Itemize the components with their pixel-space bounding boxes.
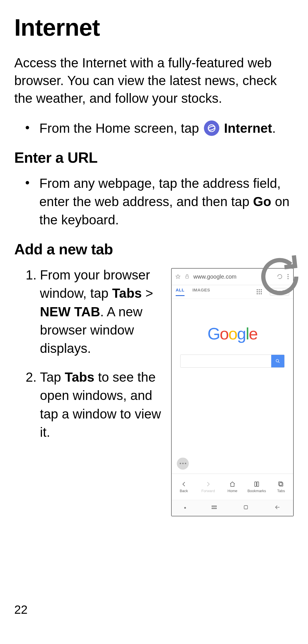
reload-icon[interactable] <box>277 273 283 280</box>
svg-rect-3 <box>186 276 189 279</box>
svg-point-4 <box>276 359 279 362</box>
url-bar[interactable]: www.google.com <box>172 269 293 285</box>
svg-rect-10 <box>212 506 216 507</box>
favorite-star-icon[interactable] <box>175 274 181 279</box>
svg-rect-11 <box>212 508 216 509</box>
page-number: 22 <box>14 603 28 617</box>
search-submit-button[interactable] <box>271 355 284 367</box>
svg-line-5 <box>278 362 279 363</box>
enter-url-heading: Enter a URL <box>14 149 294 166</box>
back-button[interactable]: Back <box>172 474 196 500</box>
home-instruction-suffix: . <box>272 121 276 136</box>
home-button[interactable]: Home <box>220 474 244 500</box>
add-tab-step-1: From your browser window, tap Tabs > NEW… <box>26 266 164 358</box>
tab-all[interactable]: ALL <box>176 287 185 296</box>
tabs-button[interactable]: Tabs <box>269 474 293 500</box>
enter-url-go: Go <box>253 194 271 209</box>
step2-pre: Tap <box>40 370 65 385</box>
svg-rect-6 <box>255 482 256 486</box>
step1-newtab: NEW TAB <box>40 304 100 319</box>
add-tab-step-2: Tap Tabs to see the open windows, and ta… <box>26 368 164 442</box>
internet-app-label: Internet <box>224 121 272 136</box>
home-instruction: From the Home screen, tap Internet. <box>26 119 294 137</box>
home-instruction-prefix: From the Home screen, tap <box>39 121 203 136</box>
enter-url-pre: From any webpage, tap the address field,… <box>39 176 281 209</box>
google-logo: Google <box>207 324 257 343</box>
browser-bottom-toolbar: Back Forward Home Bookmarks Tabs <box>172 474 293 500</box>
bookmarks-button[interactable]: Bookmarks <box>245 474 269 500</box>
step2-tabs: Tabs <box>65 370 94 385</box>
svg-rect-12 <box>244 506 248 509</box>
svg-rect-7 <box>257 482 259 486</box>
intro-paragraph: Access the Internet with a fully-feature… <box>14 54 294 107</box>
browser-screenshot-illustration: www.google.com ALL IMAGES Sign in <box>171 268 294 516</box>
recents-nav-icon[interactable] <box>211 504 218 512</box>
enter-url-instruction: From any webpage, tap the address field,… <box>26 174 294 229</box>
nav-dot-icon <box>184 507 186 509</box>
google-search-bar[interactable] <box>180 355 285 368</box>
home-nav-icon[interactable] <box>242 504 249 512</box>
step1-mid: > <box>142 286 153 301</box>
search-input[interactable] <box>181 355 271 367</box>
page-title: Internet <box>14 14 294 41</box>
back-nav-icon[interactable] <box>274 504 281 512</box>
tab-images[interactable]: IMAGES <box>193 287 210 296</box>
internet-app-icon <box>204 120 219 136</box>
lock-icon <box>184 274 190 279</box>
android-nav-bar <box>172 500 293 516</box>
forward-button[interactable]: Forward <box>196 474 220 500</box>
svg-marker-2 <box>176 275 180 279</box>
page-fab-icon[interactable] <box>177 458 189 470</box>
step1-tabs: Tabs <box>112 286 142 301</box>
